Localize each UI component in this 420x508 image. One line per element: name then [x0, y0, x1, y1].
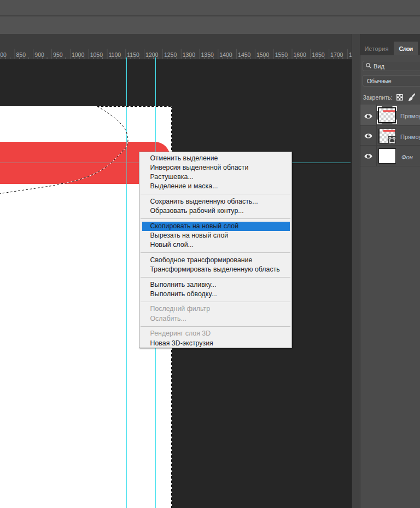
svg-text:1100: 1100 — [109, 51, 121, 58]
svg-text:1200: 1200 — [145, 51, 159, 58]
svg-text:1300: 1300 — [183, 51, 196, 58]
svg-text:1150: 1150 — [127, 51, 139, 58]
svg-text:1000: 1000 — [72, 51, 85, 58]
svg-text:1700: 1700 — [330, 51, 343, 58]
svg-text:1050: 1050 — [90, 51, 103, 58]
svg-text:1350: 1350 — [201, 51, 214, 58]
svg-text:900: 900 — [34, 51, 44, 58]
svg-text:850: 850 — [16, 51, 26, 58]
svg-text:1600: 1600 — [294, 51, 307, 58]
svg-text:1450: 1450 — [238, 51, 251, 58]
svg-text:800: 800 — [0, 51, 7, 58]
svg-text:1250: 1250 — [164, 51, 177, 58]
svg-text:950: 950 — [53, 51, 63, 58]
svg-text:1500: 1500 — [256, 51, 270, 58]
svg-text:1550: 1550 — [275, 51, 288, 58]
svg-text:1400: 1400 — [219, 51, 232, 58]
svg-text:1650: 1650 — [312, 51, 325, 58]
